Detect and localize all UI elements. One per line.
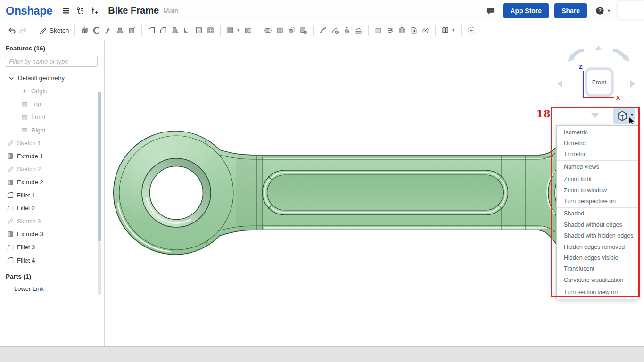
feature-item-fillet-4[interactable]: Fillet 4 — [0, 254, 97, 267]
versions-icon[interactable] — [73, 4, 87, 18]
menu-item-shaded[interactable]: Shaded — [557, 208, 638, 219]
help-caret-icon[interactable]: ▼ — [607, 8, 611, 13]
draft-icon — [171, 26, 179, 34]
menu-item-turn-perspective-on[interactable]: Turn perspective on — [557, 196, 638, 206]
feature-item-right[interactable]: Right — [0, 123, 97, 137]
feature-item-extrude-1[interactable]: Extrude 1 — [0, 150, 97, 163]
feature-item-top[interactable]: Top — [0, 98, 97, 111]
sketch-button[interactable]: Sketch — [37, 25, 71, 36]
custom-feature-button[interactable]: ▼ — [439, 25, 457, 36]
menu-item-trimetric[interactable]: Trimetric — [557, 149, 638, 160]
menu-item-zoom-to-fit[interactable]: Zoom to fit — [557, 174, 638, 185]
hole-icon — [206, 26, 215, 34]
redo-button[interactable] — [17, 25, 29, 36]
move-face-button[interactable] — [341, 25, 353, 36]
boolean-button[interactable] — [262, 25, 274, 36]
undo-button[interactable] — [6, 25, 17, 36]
rotate-cw-arrow-icon[interactable] — [613, 50, 625, 58]
rib-button[interactable] — [181, 25, 193, 36]
toolbar-divider — [141, 25, 142, 36]
toolbar-divider — [220, 25, 221, 36]
transform-button[interactable] — [286, 25, 297, 36]
menu-item-hidden-edges-removed[interactable]: Hidden edges removed — [557, 241, 638, 252]
view-options-caret-icon: ▾ — [631, 112, 633, 117]
draft-button[interactable] — [169, 25, 181, 36]
feature-item-extrude-2[interactable]: Extrude 2 — [0, 176, 97, 189]
fillet-button[interactable] — [146, 25, 157, 36]
menu-item-isometric[interactable]: Isometric — [557, 127, 638, 138]
modify-fillet-button[interactable] — [317, 25, 329, 36]
feature-filter-input[interactable] — [5, 56, 98, 67]
rotate-ccw-arrow-icon[interactable] — [571, 50, 584, 58]
thicken-button[interactable] — [126, 25, 138, 36]
rotate-right-arrow-icon[interactable] — [630, 80, 635, 88]
app-store-button[interactable]: App Store — [503, 3, 549, 18]
helix-button[interactable] — [384, 25, 396, 36]
menu-item-turn-section-view-on[interactable]: Turn section view on — [557, 287, 638, 297]
menu-item-shaded-with-hidden-edges[interactable]: Shaded with hidden edges — [557, 230, 638, 241]
fillet-icon — [7, 244, 14, 251]
feature-item-sketch-1[interactable]: Sketch 1 — [0, 137, 97, 150]
sphere-button[interactable] — [396, 25, 408, 36]
menu-item-translucent[interactable]: Translucent — [557, 263, 638, 274]
feature-item-extrude-3[interactable]: Extrude 3 — [0, 228, 97, 241]
linear-pattern-button[interactable]: ▼ — [224, 25, 242, 36]
chamfer-button[interactable] — [157, 25, 169, 36]
part-lower-link[interactable] — [114, 131, 624, 255]
feature-item-fillet-3[interactable]: Fillet 3 — [0, 241, 97, 254]
menu-item-zoom-to-window[interactable]: Zoom to window — [557, 185, 638, 196]
menu-item-dimetric[interactable]: Dimetric — [557, 138, 638, 148]
feature-label: Front — [31, 114, 45, 121]
comment-icon[interactable] — [483, 4, 497, 18]
toolbar-divider — [435, 25, 436, 36]
help-icon[interactable]: ? — [593, 4, 607, 18]
feature-item-front[interactable]: Front — [0, 111, 97, 124]
thicken-icon — [128, 26, 136, 34]
menu-item-shaded-without-edges[interactable]: Shaded without edges — [557, 219, 638, 230]
split-button[interactable] — [274, 25, 286, 36]
document-menu-icon[interactable] — [59, 4, 73, 18]
feature-item-sketch-3[interactable]: Sketch 3 — [0, 215, 97, 228]
feature-scrollbar-thumb[interactable] — [98, 92, 101, 241]
feature-item-origin[interactable]: Origin — [0, 85, 97, 98]
insert-target-button[interactable] — [465, 25, 477, 36]
delete-face-button[interactable] — [329, 25, 341, 36]
annotation-number: 18 — [536, 107, 551, 120]
loft-button[interactable] — [114, 25, 126, 36]
delete-part-button[interactable] — [297, 25, 309, 36]
sweep-button[interactable] — [102, 25, 114, 36]
menu-item-hidden-edges-visible[interactable]: Hidden edges visible — [557, 252, 638, 263]
view-options-button[interactable]: ▾ — [613, 108, 635, 124]
history-icon[interactable] — [87, 4, 101, 18]
feature-item-sketch-2[interactable]: Sketch 2 — [0, 163, 97, 176]
move-face-icon — [343, 26, 351, 34]
import-button[interactable] — [408, 25, 420, 36]
feature-item-default-geometry[interactable]: Default geometry — [0, 72, 97, 85]
fillet-icon — [148, 26, 156, 34]
shell-button[interactable] — [193, 25, 205, 36]
toolbar-divider — [33, 25, 33, 36]
feature-scrollbar-track[interactable] — [98, 241, 101, 295]
view-cube[interactable]: Front Z X — [556, 43, 641, 105]
rotate-left-arrow-icon[interactable] — [558, 80, 562, 88]
revolve-button[interactable] — [91, 25, 102, 36]
menu-item-curvature-visualization[interactable]: Curvature visualization — [557, 274, 638, 285]
menu-divider — [557, 207, 638, 208]
feature-item-fillet-2[interactable]: Fillet 2 — [0, 202, 97, 215]
part-list-item[interactable]: Lower Link — [14, 285, 44, 292]
dropdown-caret-icon[interactable]: ▼ — [236, 28, 240, 33]
rotate-up-arrow-icon[interactable] — [594, 46, 602, 50]
feature-item-fillet-1[interactable]: Fillet 1 — [0, 189, 97, 202]
hole-button[interactable] — [205, 25, 216, 36]
rotate-down-arrow-icon[interactable] — [591, 113, 599, 118]
offset-surface-button[interactable] — [372, 25, 384, 36]
delete-face-icon — [331, 26, 339, 34]
extrude-button[interactable] — [79, 25, 91, 36]
variable-button[interactable]: (x) — [420, 25, 431, 36]
dropdown-caret-icon[interactable]: ▼ — [451, 28, 455, 33]
share-button[interactable]: Share — [554, 3, 587, 18]
chevron-icon — [8, 74, 15, 82]
menu-item-named-views[interactable]: Named views — [557, 161, 638, 172]
replace-face-button[interactable] — [353, 25, 364, 36]
mirror-button[interactable] — [242, 25, 254, 36]
